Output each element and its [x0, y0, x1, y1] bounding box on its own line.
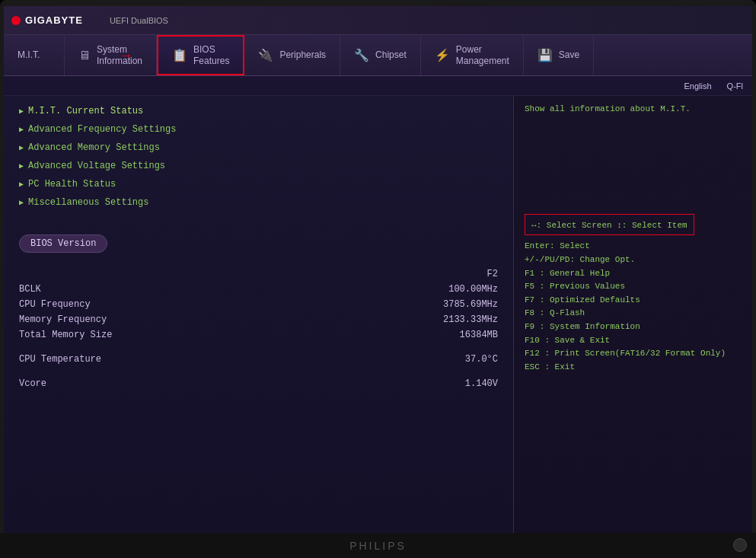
tab-peripherals[interactable]: 🔌 Peripherals	[244, 35, 340, 75]
info-section: BIOS Version F2 BCLK 100.00MHz CPU Frequ…	[4, 227, 513, 399]
brand-dot	[11, 16, 21, 25]
qflash-label[interactable]: Q-Fl	[727, 81, 743, 91]
menu-arrow-6: ▶	[19, 198, 24, 207]
menu-arrow-2: ▶	[19, 125, 24, 134]
cpu-freq-label: CPU Frequency	[19, 299, 171, 310]
tab-mit-label: M.I.T.	[18, 49, 40, 60]
tab-chipset[interactable]: 🔧 Chipset	[340, 35, 421, 75]
brand-logo: GIGABYTE	[11, 14, 83, 26]
main-content: ▶ M.I.T. Current Status ▶ Advanced Frequ…	[4, 96, 752, 539]
power-icon: ⚡	[435, 48, 450, 62]
menu-arrow: ▶	[19, 107, 24, 116]
monitor-brand: PHILIPS	[349, 540, 407, 552]
info-row-mem-freq: Memory Frequency 2133.33MHz	[19, 312, 498, 327]
tab-bios-features[interactable]: 📋 BIOSFeatures	[157, 35, 244, 75]
tab-save[interactable]: 💾 Save	[524, 35, 594, 75]
uefi-label: UEFI DualBIOS	[110, 16, 168, 25]
right-panel: Show all information about M.I.T. ↔: Sel…	[514, 96, 752, 539]
key-help-change: +/-/PU/PD: Change Opt.	[525, 253, 742, 267]
tab-system-info-label: SystemInformation	[97, 44, 142, 66]
tab-chipset-label: Chipset	[375, 49, 407, 60]
menu-item-mit-current-label: M.I.T. Current Status	[28, 106, 143, 116]
screen: GIGABYTE UEFI DualBIOS → M.I.T. 🖥 System…	[4, 6, 752, 539]
menu-item-adv-mem-label: Advanced Memory Settings	[28, 142, 160, 153]
key-help-f7: F7 : Optimized Defaults	[525, 294, 742, 308]
bclk-label: BCLK	[19, 284, 171, 295]
save-icon: 💾	[537, 48, 553, 62]
language-selector[interactable]: English	[684, 81, 712, 91]
power-button[interactable]	[733, 538, 747, 552]
menu-item-mit-current[interactable]: ▶ M.I.T. Current Status	[4, 102, 513, 120]
menu-item-adv-mem[interactable]: ▶ Advanced Memory Settings	[4, 139, 513, 157]
help-description: Show all information about M.I.T.	[525, 104, 742, 115]
bios-features-icon: 📋	[172, 48, 187, 62]
menu-item-adv-volt[interactable]: ▶ Advanced Voltage Settings	[4, 157, 513, 175]
menu-item-pc-health-label: PC Health Status	[28, 179, 116, 190]
key-help-section: ↔: Select Screen ↕: Select Item Enter: S…	[525, 214, 742, 374]
nav-bar: → M.I.T. 🖥 SystemInformation 📋 BIOSFeatu…	[4, 35, 752, 76]
key-help-f5: F5 : Previous Values	[525, 280, 742, 294]
info-row-cpu-temp: CPU Temperature 37.0°C	[19, 352, 498, 367]
select-screen-box: ↔: Select Screen ↕: Select Item	[525, 214, 694, 235]
menu-arrow-3: ▶	[19, 143, 24, 152]
vcore-label: Vcore	[19, 378, 171, 389]
bios-version-key	[19, 269, 171, 279]
menu-arrow-4: ▶	[19, 161, 24, 171]
brand-name: GIGABYTE	[25, 14, 83, 26]
menu-item-adv-volt-label: Advanced Voltage Settings	[28, 161, 165, 171]
cpu-freq-value: 3785.69MHz	[443, 299, 498, 310]
info-row-bclk: BCLK 100.00MHz	[19, 282, 498, 297]
nav-arrow-indicator: →	[122, 48, 130, 63]
bios-version-val: F2	[487, 269, 498, 279]
menu-item-misc[interactable]: ▶ Miscellaneous Settings	[4, 193, 513, 212]
bios-version-label: BIOS Version	[30, 238, 96, 249]
bios-version-box: BIOS Version	[19, 234, 107, 253]
system-info-icon: 🖥	[78, 49, 91, 62]
bclk-value: 100.00MHz	[448, 284, 498, 295]
select-screen-text: ↔: Select Screen ↕: Select Item	[531, 221, 687, 230]
menu-item-misc-label: Miscellaneous Settings	[28, 197, 148, 208]
left-panel: ▶ M.I.T. Current Status ▶ Advanced Frequ…	[4, 96, 514, 539]
tab-power-label: PowerManagement	[456, 44, 509, 66]
info-row-vcore: Vcore 1.140V	[19, 376, 498, 391]
mem-freq-label: Memory Frequency	[19, 314, 171, 325]
key-help-esc: ESC : Exit	[525, 361, 742, 375]
menu-item-pc-health[interactable]: ▶ PC Health Status	[4, 175, 513, 193]
divider	[19, 343, 498, 352]
chipset-icon: 🔧	[354, 48, 369, 62]
cpu-temp-label: CPU Temperature	[19, 354, 171, 365]
total-mem-label: Total Memory Size	[19, 330, 171, 340]
key-help-f10: F10 : Save & Exit	[525, 334, 742, 348]
divider-2	[19, 367, 498, 376]
info-row-total-mem: Total Memory Size 16384MB	[19, 327, 498, 343]
menu-item-adv-freq[interactable]: ▶ Advanced Frequency Settings	[4, 120, 513, 139]
total-mem-value: 16384MB	[460, 330, 498, 340]
tab-mit[interactable]: M.I.T.	[4, 35, 65, 75]
tab-save-label: Save	[559, 49, 579, 60]
bottom-bar: PHILIPS	[0, 533, 756, 558]
vcore-value: 1.140V	[465, 378, 498, 389]
tab-system-info[interactable]: 🖥 SystemInformation	[65, 35, 157, 75]
key-help-f12: F12 : Print Screen(FAT16/32 Format Only)	[525, 347, 742, 361]
top-bar: GIGABYTE UEFI DualBIOS	[4, 6, 752, 35]
peripherals-icon: 🔌	[258, 48, 273, 62]
key-help-enter: Enter: Select	[525, 240, 742, 253]
mem-freq-value: 2133.33MHz	[443, 314, 498, 325]
menu-item-adv-freq-label: Advanced Frequency Settings	[28, 124, 176, 135]
tab-peripherals-label: Peripherals	[279, 49, 326, 60]
tab-bios-features-label: BIOSFeatures	[193, 44, 229, 66]
info-row-cpu-freq: CPU Frequency 3785.69MHz	[19, 297, 498, 312]
cpu-temp-value: 37.0°C	[465, 354, 498, 365]
monitor: GIGABYTE UEFI DualBIOS → M.I.T. 🖥 System…	[0, 0, 756, 558]
menu-arrow-5: ▶	[19, 180, 24, 189]
key-help-f9: F9 : System Information	[525, 320, 742, 334]
info-row-bios-version: F2	[19, 266, 498, 282]
key-help-f8: F8 : Q-Flash	[525, 307, 742, 320]
tab-power-management[interactable]: ⚡ PowerManagement	[421, 35, 524, 75]
lang-bar: English Q-Fl	[4, 76, 752, 96]
key-help-f1: F1 : General Help	[525, 267, 742, 281]
